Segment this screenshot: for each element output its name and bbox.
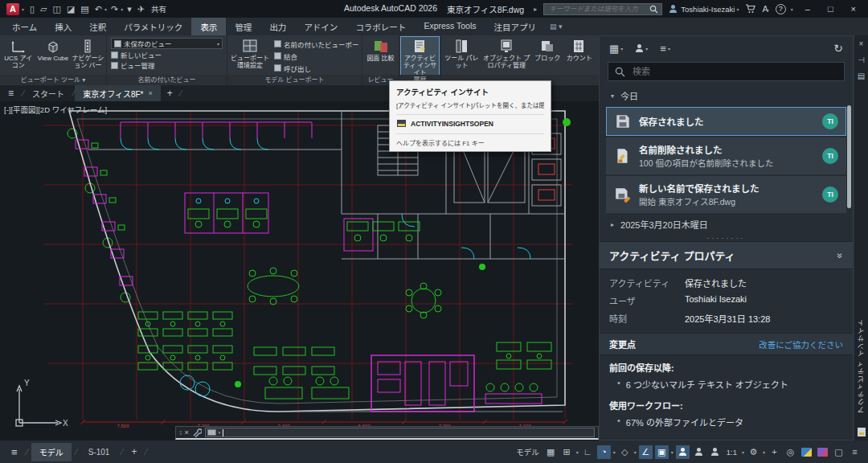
new-icon[interactable]: ▯: [28, 1, 36, 17]
annotation-autoscale-icon[interactable]: [692, 445, 706, 459]
panel-properties-icon[interactable]: ▤: [858, 72, 865, 80]
annotation-scale-value-caret[interactable]: ▾: [742, 449, 744, 455]
refresh-icon[interactable]: ↻: [833, 42, 843, 55]
help-caret-icon[interactable]: ▾: [791, 6, 793, 12]
command-customize-icon[interactable]: [192, 428, 202, 437]
viewcube-button[interactable]: View Cube: [36, 37, 69, 75]
save-as-icon[interactable]: ◪: [65, 1, 76, 17]
named-viewports-button[interactable]: 名前の付いたビューポート: [274, 39, 358, 49]
new-layout-button[interactable]: +: [126, 446, 141, 457]
ribbon-tab[interactable]: ホーム: [3, 18, 46, 35]
ribbon-tab[interactable]: 管理: [226, 18, 260, 35]
undo-icon[interactable]: ↶: [93, 1, 104, 17]
join-viewports-button[interactable]: 結合: [274, 51, 358, 61]
date-filter-icon[interactable]: ▦▾: [609, 43, 623, 55]
snap-mode-icon[interactable]: ⊞: [560, 445, 574, 459]
panel-splitter[interactable]: ········: [600, 234, 853, 241]
activity-item-purged[interactable]: 名前削除されました 100 個の項目が名前削除されました TI: [606, 137, 846, 174]
panel-label-viewport-tools[interactable]: ビューポート ツール ▾: [0, 75, 106, 85]
activity-insight-tab-icon[interactable]: [857, 427, 866, 437]
ribbon-tab[interactable]: 出力: [260, 18, 295, 35]
titlebar-search-input[interactable]: [547, 4, 646, 14]
user-menu[interactable]: Toshiaki-Isezaki ▾: [669, 5, 739, 14]
grid-display-icon[interactable]: ▦: [544, 445, 558, 459]
annotation-scale-value[interactable]: 1:1: [724, 448, 739, 457]
user-filter-icon[interactable]: ▾: [635, 44, 648, 52]
layout-tab-s101[interactable]: S-101: [80, 445, 118, 460]
cart-icon[interactable]: [745, 4, 755, 14]
search-icon[interactable]: [649, 5, 658, 14]
object-snap-icon[interactable]: ▣: [655, 445, 669, 459]
ribbon-tab[interactable]: 表示: [191, 18, 226, 35]
command-grip-icon[interactable]: ⁞⁞: [179, 429, 181, 436]
save-icon[interactable]: ◫: [51, 1, 63, 17]
command-input[interactable]: ▾: [205, 428, 595, 437]
isometric-drafting-icon-caret[interactable]: ▾: [634, 449, 637, 455]
restore-viewports-button[interactable]: 呼び出し: [274, 64, 358, 73]
status-menu-icon[interactable]: ≡: [848, 445, 862, 459]
ortho-mode-icon[interactable]: ∟: [581, 445, 595, 459]
minimize-button[interactable]: –: [800, 4, 816, 14]
graphics-performance-icon[interactable]: [800, 445, 813, 459]
close-button[interactable]: ×: [845, 4, 862, 14]
annotation-scale-person-icon[interactable]: [708, 445, 722, 459]
ribbon-tab[interactable]: Express Tools: [415, 18, 485, 35]
panel-label-model-viewports[interactable]: モデル ビューポート: [227, 75, 362, 85]
command-line[interactable]: ⁞⁞ × ▾: [175, 426, 599, 440]
open-icon[interactable]: ▱: [39, 1, 48, 17]
share-icon[interactable]: ✈: [136, 1, 146, 17]
object-snap-icon-caret[interactable]: ▾: [671, 449, 674, 455]
count-palette-button[interactable]: カウント: [564, 37, 594, 75]
ribbon-tab[interactable]: 注目アプリ: [485, 18, 546, 35]
search-expand-icon[interactable]: ▸: [534, 6, 537, 13]
panel-autohide-icon[interactable]: ⊣: [858, 55, 865, 64]
isometric-drafting-icon[interactable]: ◇: [618, 445, 632, 459]
annotation-visibility-icon[interactable]: [676, 445, 690, 459]
activity-item-saveas[interactable]: 新しい名前で保存されました 開始 東京オフィス8F.dwg TI: [606, 176, 846, 213]
activity-item-saved[interactable]: 保存されました TI: [606, 107, 846, 136]
app-logo[interactable]: A: [6, 3, 19, 15]
snap-mode-icon-caret[interactable]: ▾: [576, 449, 579, 455]
viewport-controls[interactable]: [-][平面図][2D ワイヤフレーム]: [4, 104, 107, 115]
navigation-bar-button[interactable]: ナビゲーション バー: [72, 37, 104, 75]
new-view-button[interactable]: 新しいビュー: [111, 50, 223, 59]
drawing-canvas[interactable]: [-][平面図][2D ワイヤフレーム]: [0, 101, 599, 440]
ribbon-tab[interactable]: 注釈: [80, 18, 115, 35]
workspace-switching-icon[interactable]: ⚙: [747, 445, 760, 459]
ribbon-tab[interactable]: パラメトリック: [115, 18, 191, 35]
model-space-button[interactable]: モデル: [514, 446, 542, 457]
tab-close-icon[interactable]: ×: [149, 89, 153, 97]
workspace-switching-icon-caret[interactable]: ▾: [763, 449, 765, 455]
doc-tab-menu-icon[interactable]: ≡: [0, 88, 22, 99]
list-options-icon[interactable]: ≡▾: [660, 43, 670, 55]
object-snap-tracking-icon[interactable]: ∠: [639, 445, 653, 459]
panel-label-named-views[interactable]: 名前の付いたビュー: [107, 75, 227, 85]
collapse-section-icon[interactable]: »: [835, 252, 846, 258]
panel-vertical-title[interactable]: アクティビティ インサイト: [857, 319, 866, 413]
qat-customize-icon[interactable]: ▾: [125, 1, 133, 17]
feedback-link[interactable]: 改善にご協力ください: [759, 338, 843, 350]
panel-search[interactable]: [608, 62, 845, 81]
titlebar-search[interactable]: [543, 3, 662, 15]
share-button[interactable]: 共有: [151, 3, 166, 14]
viewport-config-button[interactable]: ビューポート 環境設定: [229, 37, 271, 75]
properties-palette-button[interactable]: オブジェクト プロパティ管理: [482, 37, 531, 75]
view-dropdown[interactable]: 未保存のビュー ▾: [111, 38, 223, 49]
customization-icon[interactable]: +: [768, 445, 781, 459]
layout-tab-model[interactable]: モデル: [31, 443, 72, 461]
redo-icon-caret[interactable]: ▾: [121, 6, 123, 12]
group-today[interactable]: ▾ 今日: [600, 86, 853, 105]
tool-palettes-button[interactable]: ツール パレット: [443, 37, 481, 75]
undo-icon-caret[interactable]: ▾: [104, 6, 107, 12]
hardware-acceleration-icon[interactable]: [816, 445, 829, 459]
panel-search-input[interactable]: [631, 66, 837, 77]
polar-tracking-icon-caret[interactable]: ▾: [613, 449, 616, 455]
ribbon-display-toggle-icon[interactable]: ▤ ▾: [550, 23, 563, 31]
blocks-palette-button[interactable]: ブロック: [533, 37, 563, 75]
panel-close-icon[interactable]: ×: [859, 39, 864, 48]
app-menu-caret-icon[interactable]: ▾: [22, 6, 24, 12]
isolate-objects-icon[interactable]: ◎: [784, 445, 797, 459]
clean-screen-icon[interactable]: ▢: [832, 445, 845, 459]
plot-icon[interactable]: ▤: [79, 1, 90, 17]
ribbon-tab[interactable]: 挿入: [46, 18, 80, 35]
